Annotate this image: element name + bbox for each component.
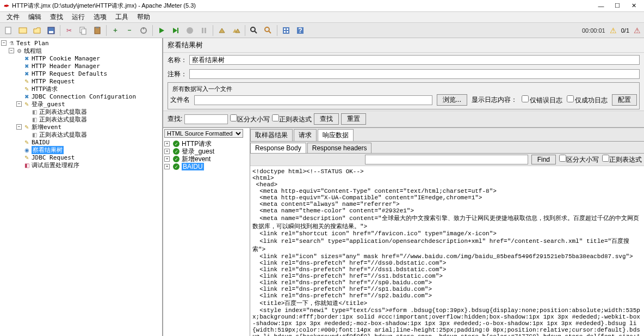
help-button[interactable]: ? <box>294 24 307 37</box>
tree-item[interactable]: ✖HTTP Request Defaults <box>1 70 161 77</box>
tree-root[interactable]: − ⚗ Test Plan <box>1 39 161 47</box>
tree-jdbcreq[interactable]: ✎JDBC Request <box>1 154 161 161</box>
svg-rect-14 <box>287 28 288 30</box>
tab-sampler-result[interactable]: 取样器结果 <box>250 129 293 141</box>
result-node[interactable]: +新增event <box>164 155 249 163</box>
open-button[interactable] <box>30 24 44 37</box>
copy-button[interactable] <box>77 24 90 37</box>
subtab-response-body[interactable]: Response Body <box>250 143 306 153</box>
menu-search[interactable]: 查找 <box>46 11 67 23</box>
config-icon: ✖ <box>23 70 30 77</box>
results-tree[interactable]: +HTTP请求 +登录_guest +新增event +BAIDU <box>163 139 250 336</box>
minimize-button[interactable]: — <box>593 1 609 11</box>
tab-response-data[interactable]: 响应数据 <box>318 129 354 141</box>
tree-viewresults[interactable]: ◉察看结果树 <box>1 146 161 154</box>
start-button[interactable] <box>155 24 168 37</box>
tree-item[interactable]: ✖HTTP Header Manager <box>1 62 161 70</box>
menu-help[interactable]: 帮助 <box>133 11 154 23</box>
filename-input[interactable] <box>194 95 432 105</box>
search-input[interactable] <box>184 114 228 124</box>
collapse-icon[interactable]: − <box>9 48 14 53</box>
collapse-icon[interactable]: − <box>1 40 7 46</box>
tab-request[interactable]: 请求 <box>294 129 317 141</box>
svg-rect-1 <box>19 28 27 33</box>
tree-baidu[interactable]: ✎BAIDU <box>1 138 161 146</box>
stop-button[interactable] <box>183 24 196 37</box>
find-button[interactable]: Find <box>531 155 556 164</box>
start-notimers-button[interactable] <box>169 24 182 37</box>
tree-item[interactable]: ◧正则表达式提取器 <box>1 115 161 123</box>
sampler-icon: ✎ <box>23 78 30 84</box>
configure-button[interactable]: 配置 <box>612 94 637 106</box>
clear-all-button[interactable] <box>230 24 243 37</box>
tree-item[interactable]: ◧正则表达式提取器 <box>1 108 161 115</box>
tree-debug[interactable]: ◧调试后置处理程序 <box>1 161 161 169</box>
tree-newevent[interactable]: − ✎ 新增event <box>1 123 161 131</box>
collapse-icon[interactable]: − <box>16 101 22 107</box>
name-input[interactable] <box>189 55 640 65</box>
successonly-checkbox[interactable]: 仅成功日志 <box>567 95 608 105</box>
erroronly-checkbox[interactable]: 仅错误日志 <box>522 95 562 105</box>
config-icon: ✖ <box>23 93 30 100</box>
menu-file[interactable]: 文件 <box>2 11 24 23</box>
save-button[interactable] <box>45 24 58 37</box>
svg-rect-12 <box>283 27 289 34</box>
browse-button[interactable]: 浏览... <box>437 94 467 106</box>
render-format-select[interactable]: HTML Source Formatted <box>164 129 243 138</box>
tree-login[interactable]: − ✎ 登录_guest <box>1 100 161 108</box>
casesens-checkbox[interactable]: 区分大小写 <box>230 114 270 124</box>
result-node-selected[interactable]: +BAIDU <box>164 163 249 170</box>
shutdown-button[interactable] <box>197 24 210 37</box>
reset-button[interactable]: 重置 <box>341 113 366 125</box>
toggle-button[interactable] <box>137 24 150 37</box>
error-icon: ⚠ <box>633 26 642 35</box>
collapse-button[interactable]: － <box>123 24 136 37</box>
config-icon: ✖ <box>23 63 30 69</box>
tree-item[interactable]: ✖JDBC Connection Configuration <box>1 93 161 100</box>
maximize-button[interactable]: ☐ <box>609 1 626 11</box>
postprocessor-icon: ◧ <box>30 131 38 138</box>
find-regex-checkbox[interactable]: 正则表达式 <box>602 155 642 164</box>
new-button[interactable] <box>2 24 15 37</box>
test-plan-tree[interactable]: − ⚗ Test Plan − ⚙ 线程组 ✖HTTP Cookie Manag… <box>0 38 163 336</box>
collapse-icon[interactable]: − <box>16 124 22 130</box>
toolbar: ✂ ＋ － ? 00:00:01 ⚠ 0/1 ⚠ <box>0 23 644 38</box>
tree-item[interactable]: ◧正则表达式提取器 <box>1 131 161 138</box>
regex-checkbox[interactable]: 正则表达式 <box>272 114 312 124</box>
menu-options[interactable]: 选项 <box>89 11 111 23</box>
logcontent-label: 显示日志内容： <box>472 95 517 105</box>
reset-search-button[interactable] <box>262 24 275 37</box>
templates-button[interactable] <box>16 24 29 37</box>
expand-button[interactable]: ＋ <box>109 24 122 37</box>
subtab-response-headers[interactable]: Response headers <box>307 143 372 153</box>
find-casesens-checkbox[interactable]: 区分大小写 <box>559 155 599 164</box>
tree-item[interactable]: ✎HTTP Request <box>1 77 161 85</box>
titlebar: ✒ HTTP请求.jmx (D:\study\jmeter\HTTP请求.jmx… <box>0 0 644 12</box>
elapsed-timer: 00:00:01 <box>580 27 608 34</box>
thread-counter: 0/1 <box>619 27 631 34</box>
menu-edit[interactable]: 编辑 <box>24 11 46 23</box>
warning-icon: ⚠ <box>609 26 618 35</box>
results-detail-panel: 取样器结果 请求 响应数据 Response Body Response hea… <box>250 128 644 336</box>
clear-button[interactable] <box>215 24 228 37</box>
tree-threadgroup[interactable]: − ⚙ 线程组 <box>1 47 161 54</box>
tree-item[interactable]: ✎HTTP请求 <box>1 85 161 93</box>
response-body[interactable]: <!doctype html><!--STATUS OK--> <html> <… <box>250 166 644 336</box>
function-helper-button[interactable] <box>280 24 293 37</box>
close-button[interactable]: ✕ <box>626 1 642 11</box>
menu-tools[interactable]: 工具 <box>111 11 133 23</box>
search-tree-button[interactable] <box>247 24 261 37</box>
find-input[interactable] <box>365 155 528 164</box>
cut-button[interactable]: ✂ <box>63 24 76 37</box>
search-button[interactable]: 查找 <box>314 113 339 125</box>
paste-button[interactable] <box>91 24 104 37</box>
comment-input[interactable] <box>189 69 640 79</box>
tree-item[interactable]: ✖HTTP Cookie Manager <box>1 54 161 62</box>
element-editor: 察看结果树 名称： 注释： 所有数据写入一个文件 文件名 浏览... 显示日志内… <box>163 38 644 336</box>
menu-run[interactable]: 运行 <box>67 11 89 23</box>
file-output-fieldset: 所有数据写入一个文件 文件名 浏览... 显示日志内容： 仅错误日志 仅成功日志… <box>168 82 640 109</box>
response-subtabs: Response Body Response headers <box>250 142 644 154</box>
sampler-icon: ✎ <box>23 101 30 107</box>
panel-title: 察看结果树 <box>163 38 644 53</box>
sampler-icon: ✎ <box>23 85 30 92</box>
